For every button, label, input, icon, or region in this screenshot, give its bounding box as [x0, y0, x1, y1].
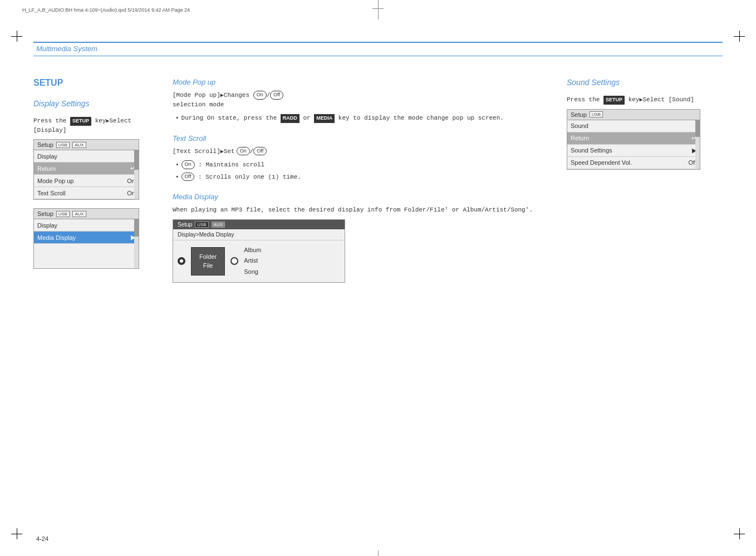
ui-box-1-inner: Display Return ↵ Mode Pop up On Text Scr…: [34, 150, 139, 199]
text-scroll-bullet2: • Off : Scrolls only one (1) time.: [173, 173, 556, 182]
scrollbar-1[interactable]: [134, 150, 139, 199]
left-column: SETUP Display Settings Press the SETUP k…: [33, 61, 167, 523]
ui-box-2-inner: Display Media Display ▶: [34, 219, 139, 268]
media-options-area: FolderFile AlbumArtistSong: [173, 240, 345, 282]
bottom-blue-line: [33, 56, 723, 56]
ui-box-2-title: Setup: [37, 210, 53, 217]
album-artist-song: AlbumArtistSong: [244, 245, 261, 278]
top-blue-line: [33, 42, 723, 43]
usb-badge-1: USB: [56, 142, 70, 148]
crop-mark-bl: [11, 528, 22, 539]
ui-row-return-sound: Return ↵: [567, 132, 700, 145]
radd-badge: RADD: [281, 114, 300, 123]
media-display-header: Setup USB AUX: [173, 220, 345, 229]
middle-column: Mode Pop up [Mode Pop up]▶Changes On/Off…: [167, 61, 561, 523]
usb-badge-media: USB: [195, 222, 208, 228]
scrollbar-thumb-sound: [695, 120, 700, 137]
content-area: SETUP Display Settings Press the SETUP k…: [33, 61, 723, 523]
ui-box-2-header: Setup USB AUX: [34, 209, 139, 219]
ui-box-1-header: Setup USB AUX: [34, 140, 139, 150]
text-scroll-instruction: [Text Scroll]▶SetOn/Off: [173, 147, 556, 156]
ui-box-2-spacer: [34, 244, 139, 268]
ui-row-sound-settings: Sound Settings ▶: [567, 145, 700, 157]
ui-row-return-1: Return ↵: [34, 163, 139, 175]
mode-popup-instruction: [Mode Pop up]▶Changes On/Off selection m…: [173, 91, 556, 109]
media-display-box: Setup USB AUX Display>Media Display Fold…: [173, 219, 345, 283]
scrollbar-2[interactable]: [134, 219, 139, 268]
ui-box-display-settings: Setup USB AUX Display Return ↵ Mode Pop …: [33, 139, 139, 200]
ui-box-1-title: Setup: [37, 141, 53, 148]
crop-mark-tl: [11, 31, 22, 42]
aux-badge-media: AUX: [212, 222, 225, 228]
file-info-text: H_LF_A,B_AUDIO:BH hma 4-109~(Audio).qxd …: [22, 7, 190, 13]
heading-text-scroll: Text Scroll: [173, 134, 556, 142]
ui-row-speed-dependent: Speed Dependent Vol. Off: [567, 157, 700, 169]
press-the-text: Press the: [33, 117, 70, 124]
crop-mark-tr: [734, 31, 745, 42]
file-info-bar: H_LF_A,B_AUDIO:BH hma 4-109~(Audio).qxd …: [22, 0, 734, 19]
ui-row-sound: Sound: [567, 120, 700, 132]
ui-row-display-2: Display: [34, 219, 139, 232]
mode-popup-bullet1: • During On state, press the RADD or MED…: [173, 114, 556, 123]
sound-ui-header: Setup USB: [567, 110, 700, 120]
crop-mark-br: [734, 528, 745, 539]
media-display-sub: Display>Media Display: [173, 229, 345, 240]
usb-badge-2: USB: [56, 211, 70, 217]
setup-badge-sound: SETUP: [603, 96, 625, 105]
radio-album[interactable]: [230, 257, 238, 265]
page-number: 4-24: [36, 535, 48, 542]
sound-settings-instruction: Press the SETUP key▶Select [Sound]: [567, 95, 723, 105]
scrollbar-thumb-1: [134, 150, 139, 170]
media-display-desc: When playing an MP3 file, select the des…: [173, 205, 556, 215]
ui-row-mode-popup: Mode Pop up On: [34, 175, 139, 187]
sound-ui-box: Setup USB Sound Return ↵ Sound Settings …: [567, 109, 700, 170]
ui-row-text-scroll: Text Scroll On: [34, 187, 139, 199]
sound-ui-inner: Sound Return ↵ Sound Settings ▶ Speed De…: [567, 120, 700, 169]
section-title: Multimedia System: [36, 45, 97, 53]
folder-file-btn[interactable]: FolderFile: [191, 247, 225, 275]
text-scroll-bullet1: • On : Maintains scroll: [173, 160, 556, 170]
ui-box-media-display: Setup USB AUX Display Media Display ▶: [33, 208, 139, 269]
aux-badge-1: AUX: [72, 142, 86, 148]
setup-badge-display: SETUP: [70, 117, 91, 126]
heading-display-settings: Display Settings: [33, 99, 161, 108]
media-badge: MEDIA: [314, 114, 335, 123]
display-instruction: Press the SETUP key▶Select [Display]: [33, 116, 161, 135]
usb-badge-sound: USB: [590, 111, 603, 117]
right-column: Sound Settings Press the SETUP key▶Selec…: [561, 61, 723, 523]
radio-folder-file[interactable]: [178, 257, 185, 265]
heading-media-display: Media Display: [173, 193, 556, 201]
sound-ui-title: Setup: [571, 111, 587, 118]
scrollbar-thumb-2: [134, 219, 139, 237]
aux-badge-2: AUX: [72, 211, 86, 217]
heading-setup: SETUP: [33, 78, 161, 88]
scrollbar-sound[interactable]: [695, 120, 700, 169]
heading-sound-settings: Sound Settings: [567, 78, 723, 87]
ui-row-media-display: Media Display ▶: [34, 232, 139, 244]
ui-row-display: Display: [34, 150, 139, 163]
heading-mode-popup: Mode Pop up: [173, 78, 556, 86]
